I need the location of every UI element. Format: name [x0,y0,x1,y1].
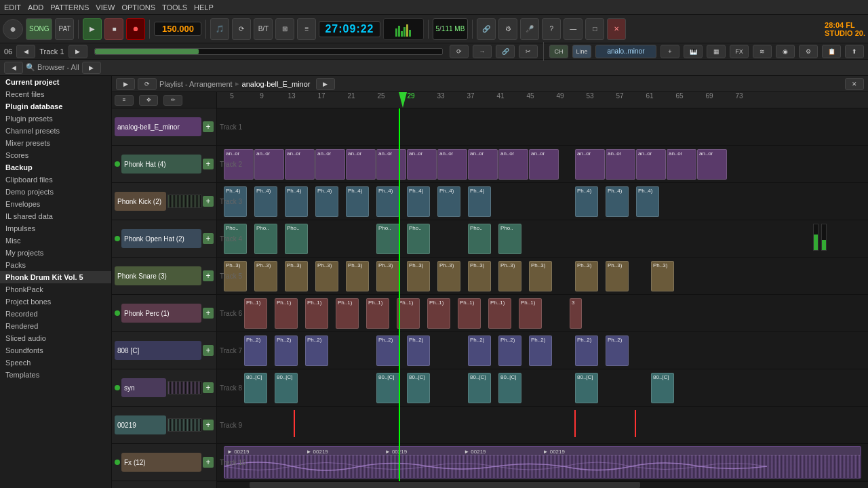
track-tool-3[interactable]: ✏ [163,95,182,106]
plugin-button[interactable]: ⚙ [799,45,818,58]
arrangement-row-4[interactable]: Track 4 Pho.. Pho.. Pho.. Pho.. Pho.. Ph… [217,220,868,258]
menu-tools[interactable]: TOOLS [162,3,187,12]
clip-5-12[interactable]: Ph..3) [575,261,598,291]
clip-5-13[interactable]: Ph..3) [606,261,629,291]
clip-2-13[interactable]: an..or [606,149,635,180]
clip-5-6[interactable]: Ph..3) [376,261,399,291]
sidebar-item-envelopes[interactable]: Envelopes [0,198,111,210]
track-add-btn-3[interactable]: + [203,233,214,244]
track-name-btn-7[interactable]: syn [121,378,166,397]
record-button[interactable]: ⏺ [126,18,145,40]
clip-6-3[interactable]: Ph..1) [305,298,328,329]
sidebar-item-soundfonts[interactable]: Soundfonts [0,344,111,357]
track-add-btn-0[interactable]: + [203,121,214,132]
snap-button[interactable]: ⊞ [275,18,294,40]
sidebar-item-rendered[interactable]: Rendered [0,320,111,332]
minimize-button[interactable]: — [564,18,583,40]
clip-6-4[interactable]: Ph..1) [336,298,359,329]
clip-7-8[interactable]: Ph..2) [529,336,552,366]
clip-3-7[interactable]: Ph..4) [407,186,430,217]
sidebar-item-recorded[interactable]: Recorded [0,308,111,320]
sidebar-item-demo-projects[interactable]: Demo projects [0,186,111,198]
piano-button[interactable]: 🎹 [684,45,703,58]
clip-5-7[interactable]: Ph..3) [407,261,430,291]
clip-6-1[interactable]: Ph..1) [244,298,267,329]
clip-5-3[interactable]: Ph..3) [285,261,308,291]
mode-btn-2[interactable]: → [473,45,492,58]
browse-button[interactable]: ◉ [776,45,795,58]
clip-2-8[interactable]: an..or [437,149,467,180]
track-add-btn-6[interactable]: + [203,345,214,356]
clip-7-5[interactable]: Ph..2) [407,336,430,366]
browser-back-button[interactable]: ◀ [4,62,23,74]
key-selector[interactable]: analo..minor [595,45,656,58]
settings-button[interactable]: ⚙ [498,18,517,40]
sidebar-item-phonk-drum-kit[interactable]: Phonk Drum Kit Vol. 5 [0,271,111,283]
clip-7-4[interactable]: Ph..2) [376,336,399,366]
track-tool-1[interactable]: ≡ [115,95,134,106]
key-add-button[interactable]: + [660,45,679,58]
clip-2-6[interactable]: an..or [376,149,406,180]
clip-3-8[interactable]: Ph..4) [437,186,460,217]
track-name-btn-6[interactable]: 808 [C] [115,341,201,360]
menu-add[interactable]: ADD [28,3,43,12]
track-add-btn-7[interactable]: + [203,382,214,393]
clip-6-6[interactable]: Ph..1) [397,298,420,329]
sidebar-item-current-project[interactable]: Current project [0,76,111,88]
sidebar-item-sliced-audio[interactable]: Sliced audio [0,332,111,344]
menu-options[interactable]: OPTIONS [121,3,155,12]
clip-3-9[interactable]: Ph..4) [468,186,491,217]
horizontal-scrollbar[interactable] [217,481,868,488]
key-mode-button[interactable]: Line [572,45,591,58]
clip-7-6[interactable]: Ph..2) [468,336,491,366]
clip-3-5[interactable]: Ph..4) [346,186,369,217]
clip-4-3[interactable]: Pho.. [285,224,308,254]
clip-8-5[interactable]: 80..[C] [468,373,491,403]
pattern-mode-button[interactable]: PAT [55,18,74,40]
clip-2-14[interactable]: an..or [636,149,666,180]
clip-4-5[interactable]: Pho.. [407,224,430,254]
arr-expand-button[interactable]: ▶ [316,78,335,90]
clip-4-6[interactable]: Pho.. [468,224,491,254]
mix-button[interactable]: ≋ [753,45,772,58]
clip-6-10[interactable]: Ph..1) [519,298,542,329]
clip-7-1[interactable]: Ph..2) [244,336,267,366]
arrangement-row-5[interactable]: Track 5 Ph..3) Ph..3) Ph..3) Ph..3) Ph..… [217,258,868,295]
menu-edit[interactable]: EDIT [4,3,21,12]
clip-3-11[interactable]: Ph..4) [606,186,629,217]
clip-3-2[interactable]: Ph..4) [254,186,277,217]
clip-5-4[interactable]: Ph..3) [315,261,338,291]
arrangement-row-3[interactable]: Track 3 Ph..4) Ph..4) Ph..4) Ph..4) Ph..… [217,183,868,220]
clip-5-10[interactable]: Ph..3) [498,261,521,291]
clip-5-5[interactable]: Ph..3) [346,261,369,291]
clip-8-4[interactable]: 80..[C] [407,373,430,403]
sidebar-item-my-projects[interactable]: My projects [0,247,111,259]
clip-4-4[interactable]: Pho.. [376,224,399,254]
mixer-button[interactable]: ≡ [297,18,316,40]
sidebar-item-recent-files[interactable]: Recent files [0,88,111,100]
track-name-btn-0[interactable]: analog-bell_E_minor [115,117,201,136]
pattern-button[interactable]: ▦ [707,45,726,58]
clip-8-7[interactable]: 80..[C] [575,373,598,403]
sidebar-item-clipboard-files[interactable]: Clipboard files [0,174,111,186]
track-name-btn-9[interactable]: Fx (12) [121,453,201,472]
track-add-btn-9[interactable]: + [203,457,214,468]
sidebar-item-templates[interactable]: Templates [0,369,111,381]
sidebar-item-impulses[interactable]: Impulses [0,222,111,235]
clip-2-16[interactable]: an..or [697,149,727,180]
clip-6-9[interactable]: Ph..1) [488,298,511,329]
metronome-button[interactable]: 🎵 [210,18,229,40]
track-add-btn-8[interactable]: + [203,420,214,430]
arrangement-row-9[interactable]: Track 9 [217,407,868,444]
mode-btn-3[interactable]: 🔗 [496,45,515,58]
clip-3-3[interactable]: Ph..4) [285,186,308,217]
clip-2-10[interactable]: an..or [498,149,528,180]
sidebar-item-il-shared-data[interactable]: IL shared data [0,210,111,222]
export-button[interactable]: ⬆ [845,45,864,58]
clip-5-14[interactable]: Ph..3) [651,261,674,291]
sidebar-item-backup[interactable]: Backup [0,161,111,174]
clip-7-3[interactable]: Ph..2) [305,336,328,366]
track-add-btn-2[interactable]: + [203,196,214,207]
arrangement-row-7[interactable]: Track 7 Ph..2) Ph..2) Ph..2) Ph..2) Ph..… [217,332,868,369]
mode-btn-4[interactable]: ✂ [519,45,538,58]
